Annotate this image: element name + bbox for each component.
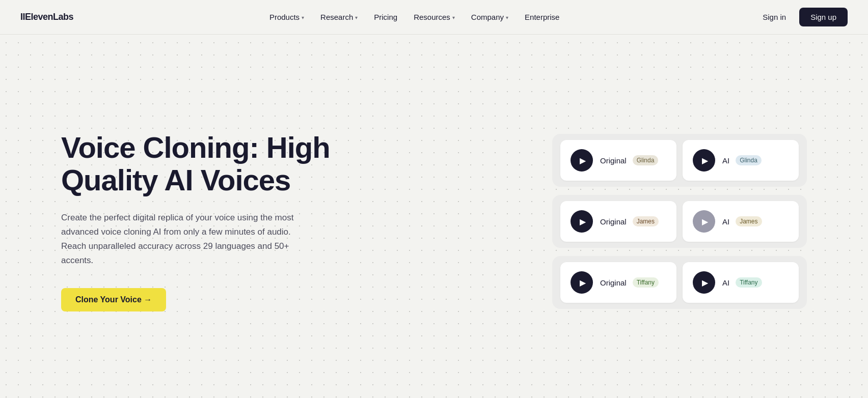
audio-type-label: Original xyxy=(600,217,627,226)
hero-title: Voice Cloning: High Quality AI Voices xyxy=(61,131,341,196)
signin-button[interactable]: Sign in xyxy=(755,9,793,25)
brand-logo[interactable]: IIElevenLabs xyxy=(20,12,73,22)
play-button-tiffany-ai[interactable]: ▶ xyxy=(693,271,715,294)
nav-item-pricing[interactable]: Pricing xyxy=(367,9,404,25)
audio-card-james-ai: ▶ AI James xyxy=(683,201,799,242)
nav-label-pricing: Pricing xyxy=(374,13,397,21)
play-icon: ▶ xyxy=(702,156,708,165)
nav-actions: Sign in Sign up xyxy=(755,8,848,26)
hero-section: Voice Cloning: High Quality AI Voices Cr… xyxy=(0,35,868,398)
audio-type-label: AI xyxy=(722,278,729,287)
play-button-james-original[interactable]: ▶ xyxy=(571,210,593,233)
chevron-down-icon: ▾ xyxy=(302,15,304,20)
nav-item-products[interactable]: Products ▾ xyxy=(262,9,311,25)
audio-demo-panel: ▶ Original Glinda ▶ AI Glinda xyxy=(552,134,807,309)
audio-row-james: ▶ Original James ▶ AI James xyxy=(552,195,807,248)
nav-item-company[interactable]: Company ▾ xyxy=(464,9,516,25)
audio-name-badge: James xyxy=(633,216,659,226)
audio-type-label: Original xyxy=(600,278,627,287)
nav-label-products: Products xyxy=(269,13,300,21)
cta-button[interactable]: Clone Your Voice → xyxy=(61,288,166,311)
audio-name-badge: Tiffany xyxy=(633,277,659,288)
nav-label-research: Research xyxy=(320,13,353,21)
hero-description: Create the perfect digital replica of yo… xyxy=(61,211,306,268)
play-icon: ▶ xyxy=(580,217,586,226)
audio-type-label: AI xyxy=(722,217,729,226)
audio-type-label: AI xyxy=(722,156,729,165)
audio-card-james-original: ▶ Original James xyxy=(560,201,676,242)
audio-row-glinda: ▶ Original Glinda ▶ AI Glinda xyxy=(552,134,807,187)
navbar: IIElevenLabs Products ▾ Research ▾ Prici… xyxy=(0,0,868,35)
chevron-down-icon: ▾ xyxy=(452,15,455,20)
nav-item-research[interactable]: Research ▾ xyxy=(313,9,365,25)
nav-label-enterprise: Enterprise xyxy=(525,13,559,21)
audio-card-tiffany-ai: ▶ AI Tiffany xyxy=(683,262,799,303)
hero-left: Voice Cloning: High Quality AI Voices Cr… xyxy=(61,131,341,311)
nav-label-company: Company xyxy=(471,13,504,21)
play-icon: ▶ xyxy=(580,278,586,288)
play-icon: ▶ xyxy=(702,217,708,226)
play-icon: ▶ xyxy=(702,278,708,288)
audio-card-glinda-ai: ▶ AI Glinda xyxy=(683,140,799,181)
nav-label-resources: Resources xyxy=(414,13,450,21)
audio-name-badge: Glinda xyxy=(736,155,762,165)
play-button-james-ai[interactable]: ▶ xyxy=(693,210,715,233)
nav-item-enterprise[interactable]: Enterprise xyxy=(518,9,566,25)
audio-card-tiffany-original: ▶ Original Tiffany xyxy=(560,262,676,303)
play-button-tiffany-original[interactable]: ▶ xyxy=(571,271,593,294)
audio-name-badge: Glinda xyxy=(633,155,659,165)
nav-links: Products ▾ Research ▾ Pricing Resources … xyxy=(73,9,755,25)
play-button-glinda-ai[interactable]: ▶ xyxy=(693,149,715,172)
audio-type-label: Original xyxy=(600,156,627,165)
signup-button[interactable]: Sign up xyxy=(799,8,848,26)
nav-item-resources[interactable]: Resources ▾ xyxy=(406,9,462,25)
audio-name-badge: Tiffany xyxy=(736,277,762,288)
play-button-glinda-original[interactable]: ▶ xyxy=(571,149,593,172)
chevron-down-icon: ▾ xyxy=(506,15,508,20)
audio-row-tiffany: ▶ Original Tiffany ▶ AI Tiffany xyxy=(552,256,807,309)
audio-card-glinda-original: ▶ Original Glinda xyxy=(560,140,676,181)
play-icon: ▶ xyxy=(580,156,586,165)
audio-name-badge: James xyxy=(736,216,762,226)
chevron-down-icon: ▾ xyxy=(355,15,358,20)
